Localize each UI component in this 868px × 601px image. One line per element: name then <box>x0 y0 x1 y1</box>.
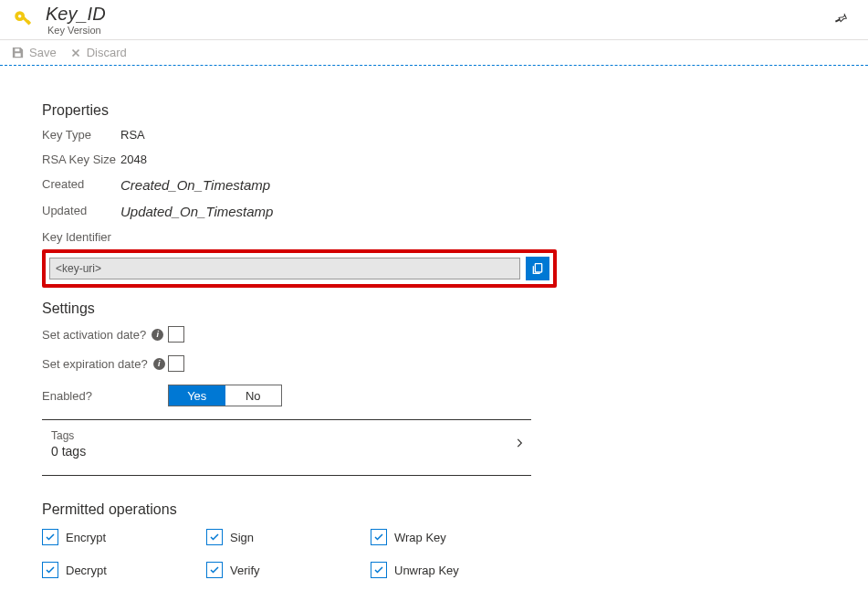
expiration-label: Set expiration date? <box>42 357 148 371</box>
setting-activation: Set activation date? i <box>42 326 584 343</box>
info-icon[interactable]: i <box>152 329 163 341</box>
chevron-right-icon <box>513 437 526 452</box>
wrap-label: Wrap Key <box>394 531 446 544</box>
wrap-checkbox[interactable] <box>371 529 387 545</box>
key-type-label: Key Type <box>42 128 120 142</box>
op-unwrap: Unwrap Key <box>371 562 535 578</box>
tags-row[interactable]: Tags 0 tags <box>42 420 531 468</box>
created-value: Created_On_Timestamp <box>120 177 270 193</box>
verify-checkbox[interactable] <box>206 562 223 578</box>
activation-label: Set activation date? <box>42 328 146 342</box>
tags-count: 0 tags <box>51 444 86 459</box>
prop-rsa-size: RSA Key Size 2048 <box>42 153 584 166</box>
permitted-heading: Permitted operations <box>42 501 584 518</box>
toolbar: Save Discard <box>0 40 868 66</box>
key-identifier-label: Key Identifier <box>42 230 584 244</box>
page-subtitle: Key Version <box>47 25 833 36</box>
properties-heading: Properties <box>42 102 584 119</box>
info-icon[interactable]: i <box>153 358 165 370</box>
permitted-operations: Permitted operations Encrypt Sign Wrap K… <box>42 501 584 578</box>
expiration-checkbox[interactable] <box>168 355 184 372</box>
op-verify: Verify <box>206 562 371 578</box>
prop-updated: Updated Updated_On_Timestamp <box>42 204 584 219</box>
key-uri-input[interactable] <box>49 258 520 279</box>
enabled-label: Enabled? <box>42 389 92 403</box>
setting-enabled: Enabled? Yes No <box>42 385 584 406</box>
encrypt-label: Encrypt <box>66 531 106 544</box>
page-title: Key_ID <box>46 4 833 25</box>
settings-heading: Settings <box>42 300 584 317</box>
pin-icon[interactable] <box>833 11 848 28</box>
settings-block: Settings Set activation date? i Set expi… <box>42 300 584 476</box>
tags-label: Tags <box>51 429 86 442</box>
prop-created: Created Created_On_Timestamp <box>42 177 584 193</box>
op-sign: Sign <box>206 529 371 545</box>
key-uri-highlight <box>42 249 557 288</box>
unwrap-checkbox[interactable] <box>371 562 387 578</box>
op-decrypt: Decrypt <box>42 562 206 578</box>
unwrap-label: Unwrap Key <box>394 564 459 577</box>
enabled-toggle: Yes No <box>168 385 282 406</box>
discard-button[interactable]: Discard <box>69 46 127 59</box>
discard-label: Discard <box>87 46 127 59</box>
enabled-no[interactable]: No <box>225 385 282 406</box>
updated-label: Updated <box>42 204 120 219</box>
rsa-size-value: 2048 <box>120 153 147 166</box>
save-button[interactable]: Save <box>11 46 57 59</box>
copy-button[interactable] <box>526 257 549 280</box>
key-icon <box>9 5 38 35</box>
divider <box>42 475 531 476</box>
setting-expiration: Set expiration date? i <box>42 355 584 372</box>
encrypt-checkbox[interactable] <box>42 529 58 545</box>
title-block: Key_ID Key Version <box>46 4 833 36</box>
decrypt-label: Decrypt <box>66 564 107 577</box>
svg-point-1 <box>18 14 21 16</box>
save-label: Save <box>29 46 57 59</box>
page-header: Key_ID Key Version <box>0 0 868 40</box>
created-label: Created <box>42 177 120 193</box>
content-area: Properties Key Type RSA RSA Key Size 204… <box>0 66 584 578</box>
activation-checkbox[interactable] <box>168 326 184 343</box>
sign-label: Sign <box>230 531 254 544</box>
updated-value: Updated_On_Timestamp <box>120 204 273 219</box>
verify-label: Verify <box>230 564 260 577</box>
decrypt-checkbox[interactable] <box>42 562 58 578</box>
svg-rect-4 <box>535 264 541 272</box>
op-encrypt: Encrypt <box>42 529 206 545</box>
enabled-yes[interactable]: Yes <box>169 385 225 406</box>
sign-checkbox[interactable] <box>206 529 223 545</box>
op-wrap: Wrap Key <box>371 529 535 545</box>
prop-key-type: Key Type RSA <box>42 128 584 142</box>
rsa-size-label: RSA Key Size <box>42 153 120 166</box>
key-type-value: RSA <box>120 128 145 142</box>
